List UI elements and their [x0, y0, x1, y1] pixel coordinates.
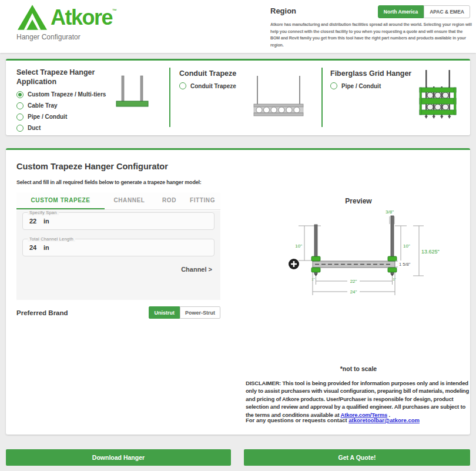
total-channel-length-input[interactable] — [29, 244, 42, 251]
trapeze-hanger-image — [115, 75, 149, 112]
section-title: Fiberglass Grid Hanger — [330, 69, 418, 78]
brand-unistrut-button[interactable]: Unistrut — [149, 306, 180, 319]
not-to-scale-note: *not to scale — [246, 365, 471, 372]
region-apac-emea-button[interactable]: APAC & EMEA — [424, 5, 470, 18]
configurator-subtitle: Select and fill in all required fields b… — [16, 179, 202, 185]
preview-column: Preview 10" 10" 13.625" 3/8" — [246, 150, 471, 436]
brand-power-strut-button[interactable]: Power-Strut — [180, 306, 220, 319]
total-channel-length-field[interactable]: Total Channel Length in — [22, 239, 214, 256]
conduit-trapeze-image — [253, 76, 304, 117]
trademark: ™ — [112, 8, 117, 14]
region-title: Region — [270, 6, 296, 15]
radio-button[interactable] — [16, 102, 24, 109]
specify-span-input[interactable] — [29, 218, 42, 225]
preferred-brand-row: Preferred Brand Unistrut Power-Strut — [16, 306, 220, 319]
divider — [321, 68, 323, 127]
dim-overall-height: 13.625" — [421, 249, 440, 255]
preview-title: Preview — [246, 197, 471, 205]
radio-button[interactable] — [330, 82, 337, 89]
dim-rod-diameter: 3/8" — [386, 209, 394, 215]
tab-channel[interactable]: CHANNEL — [105, 192, 154, 209]
channel-next-link[interactable]: Channel > — [22, 266, 214, 273]
configurator-title: Custom Trapeze Hanger Configurator — [16, 162, 168, 171]
custom-trapeze-panel: Specify Span in Total Channel Length in … — [16, 211, 220, 300]
dim-left-overhang: 1" — [311, 278, 314, 281]
radio-button[interactable] — [16, 91, 24, 98]
contact-email-link[interactable]: atkoretoolbar@atkore.com — [348, 417, 420, 423]
atkore-triangle-icon — [18, 5, 47, 31]
tab-custom-trapeze[interactable]: CUSTOM TRAPEZE — [16, 192, 105, 209]
radio-button[interactable] — [16, 113, 24, 121]
divider — [169, 68, 170, 127]
header: Atkore ™ Hanger Configurator Region Nort… — [0, 0, 476, 53]
application-select-card: Select Trapeze Hanger Application Custom… — [6, 59, 470, 135]
radio-button[interactable] — [16, 125, 24, 132]
fitting-nut — [388, 256, 397, 261]
unit-label: in — [43, 244, 49, 251]
contact-line: For any questions or requests contact at… — [246, 417, 474, 423]
region-description: Atkore has manufacturing and distributio… — [270, 21, 473, 48]
fiberglass-grid-image — [418, 70, 457, 119]
region-north-america-button[interactable]: North America — [378, 5, 424, 18]
fitting-nut — [311, 256, 320, 261]
configurator-card: Custom Trapeze Hanger Configurator Selec… — [6, 148, 470, 435]
download-hanger-button[interactable]: Download Hanger — [6, 449, 231, 466]
configurator-tabs: CUSTOM TRAPEZE CHANNEL ROD FITTING — [16, 192, 220, 210]
radio-pipe-conduit[interactable]: Pipe / Conduit — [16, 113, 119, 121]
field-label: Specify Span — [28, 211, 59, 215]
tab-fitting[interactable]: FITTING — [185, 192, 220, 209]
add-tier-plus-icon[interactable] — [289, 259, 299, 269]
app-subtitle: Hanger Configurator — [16, 33, 81, 41]
region-toggle: North America APAC & EMEA — [378, 5, 470, 18]
brand-name: Atkore — [51, 5, 112, 31]
fitting-nut — [388, 268, 397, 272]
dim-total-length: 24" — [350, 289, 357, 295]
dim-channel-height: 1 5/8" — [399, 262, 411, 267]
get-a-quote-button[interactable]: Get A Quote! — [244, 449, 470, 466]
field-label: Total Channel Length — [28, 236, 75, 242]
dim-right-overhang: 1" — [393, 278, 395, 281]
section-title: Select Trapeze Hanger Application — [16, 68, 119, 87]
tab-rod[interactable]: ROD — [154, 192, 185, 209]
dim-span: 22" — [350, 279, 357, 284]
section-title: Conduit Trapeze — [179, 69, 256, 78]
trapeze-preview-diagram: 10" 10" 13.625" 3/8" 1 5 — [247, 206, 476, 300]
disclaimer-text: DISCLAIMER: This tool is being provided … — [246, 379, 474, 419]
dim-left-rod: 10" — [295, 243, 302, 249]
fitting-nut — [311, 268, 320, 272]
radio-custom-trapeze[interactable]: Custom Trapeze / Multi-tiers — [16, 91, 119, 98]
radio-cable-tray[interactable]: Cable Tray — [16, 102, 119, 109]
preferred-brand-label: Preferred Brand — [16, 309, 68, 316]
specify-span-field[interactable]: Specify Span in — [22, 212, 214, 230]
unit-label: in — [43, 218, 49, 225]
trapeze-application-section: Select Trapeze Hanger Application Custom… — [16, 68, 119, 132]
fiberglass-grid-section: Fiberglass Grid Hanger Pipe / Conduit — [330, 69, 418, 89]
conduit-trapeze-section: Conduit Trapeze Conduit Trapeze — [179, 69, 256, 89]
atkore-logo: Atkore ™ — [18, 5, 117, 31]
radio-conduit-trapeze[interactable]: Conduit Trapeze — [179, 82, 256, 89]
dim-right-rod: 10" — [403, 243, 410, 249]
radio-button[interactable] — [179, 82, 186, 89]
radio-duct[interactable]: Duct — [16, 125, 119, 132]
radio-fiberglass-pipe-conduit[interactable]: Pipe / Conduit — [330, 82, 418, 89]
